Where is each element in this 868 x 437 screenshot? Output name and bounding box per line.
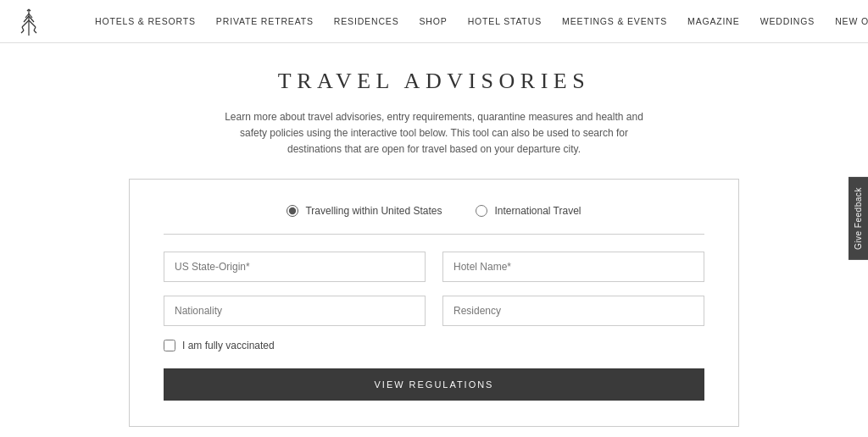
form-row-1 bbox=[164, 252, 704, 282]
us-state-origin-input[interactable] bbox=[164, 252, 426, 282]
nav-link-magazine[interactable]: Magazine bbox=[677, 16, 750, 26]
nationality-input[interactable] bbox=[164, 296, 426, 326]
navigation: Hotels & Resorts Private Retreats Reside… bbox=[0, 0, 868, 43]
vaccination-checkbox[interactable] bbox=[164, 340, 175, 351]
hotel-name-input[interactable] bbox=[442, 252, 704, 282]
svg-line-11 bbox=[22, 27, 24, 30]
nav-link-hotels-resorts[interactable]: Hotels & Resorts bbox=[85, 16, 206, 26]
feedback-tab[interactable]: Give Feedback bbox=[849, 177, 868, 260]
nav-links: Hotels & Resorts Private Retreats Reside… bbox=[85, 16, 868, 26]
nav-link-private-retreats[interactable]: Private Retreats bbox=[206, 16, 324, 26]
nav-link-meetings-events[interactable]: Meetings & Events bbox=[552, 16, 677, 26]
page-description: Learn more about travel advisories, entr… bbox=[214, 109, 654, 158]
form-row-2 bbox=[164, 296, 704, 326]
svg-line-13 bbox=[34, 27, 36, 30]
international-radio-input[interactable] bbox=[476, 205, 487, 217]
form-divider bbox=[164, 234, 704, 235]
travel-type-radio-group: Travelling within United States Internat… bbox=[164, 205, 704, 217]
nav-link-residences[interactable]: Residences bbox=[324, 16, 409, 26]
main-content: Travel Advisories Learn more about trave… bbox=[112, 43, 756, 437]
nav-link-shop[interactable]: Shop bbox=[409, 16, 458, 26]
international-radio-label[interactable]: International Travel bbox=[476, 205, 581, 217]
svg-line-12 bbox=[34, 30, 36, 33]
international-radio-text: International Travel bbox=[494, 205, 581, 217]
residency-input[interactable] bbox=[442, 296, 704, 326]
svg-line-1 bbox=[22, 20, 29, 27]
vaccination-checkbox-row: I am fully vaccinated bbox=[164, 340, 704, 351]
nav-logo[interactable] bbox=[17, 5, 68, 37]
svg-line-2 bbox=[29, 20, 36, 27]
travel-tool-box: Travelling within United States Internat… bbox=[129, 179, 739, 427]
nav-link-hotel-status[interactable]: Hotel Status bbox=[458, 16, 552, 26]
domestic-radio-input[interactable] bbox=[287, 205, 298, 217]
nav-link-weddings[interactable]: Weddings bbox=[750, 16, 825, 26]
view-regulations-button[interactable]: View Regulations bbox=[164, 368, 704, 401]
nav-link-new-openings[interactable]: New Openings bbox=[825, 16, 868, 26]
logo-icon bbox=[17, 5, 41, 37]
domestic-radio-label[interactable]: Travelling within United States bbox=[287, 205, 442, 217]
domestic-radio-text: Travelling within United States bbox=[305, 205, 442, 217]
vaccination-checkbox-label: I am fully vaccinated bbox=[182, 340, 275, 351]
svg-line-10 bbox=[21, 30, 24, 33]
page-title: Travel Advisories bbox=[129, 69, 739, 94]
